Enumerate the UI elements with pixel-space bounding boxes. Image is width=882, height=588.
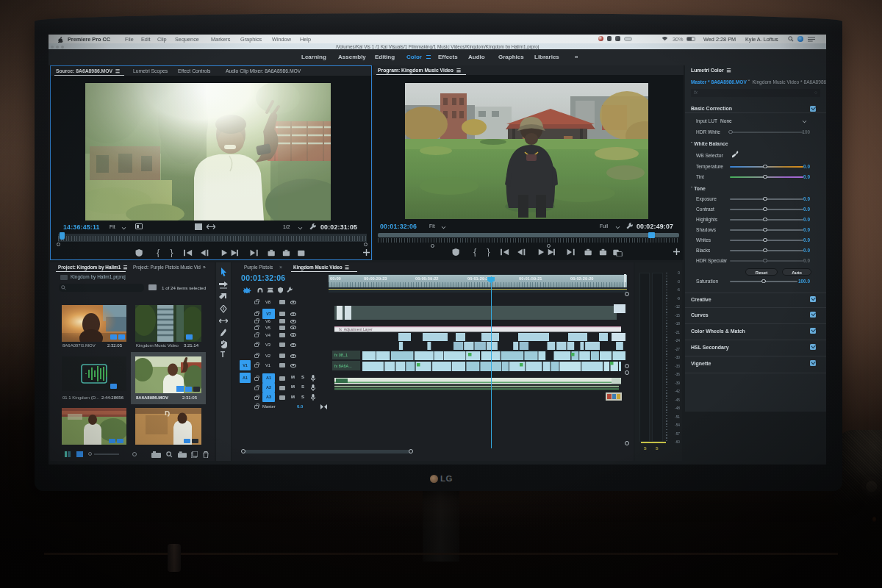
svg-text:fx 08_1: fx 08_1 (334, 353, 348, 357)
svg-text:fx 8A6A...: fx 8A6A... (334, 364, 352, 368)
svg-text:{: { (157, 248, 159, 257)
svg-text:{: { (473, 248, 476, 257)
svg-text:}: } (487, 248, 490, 257)
svg-text:fx Adjustment Layer: fx Adjustment Layer (339, 327, 373, 331)
svg-text:}: } (171, 248, 173, 257)
